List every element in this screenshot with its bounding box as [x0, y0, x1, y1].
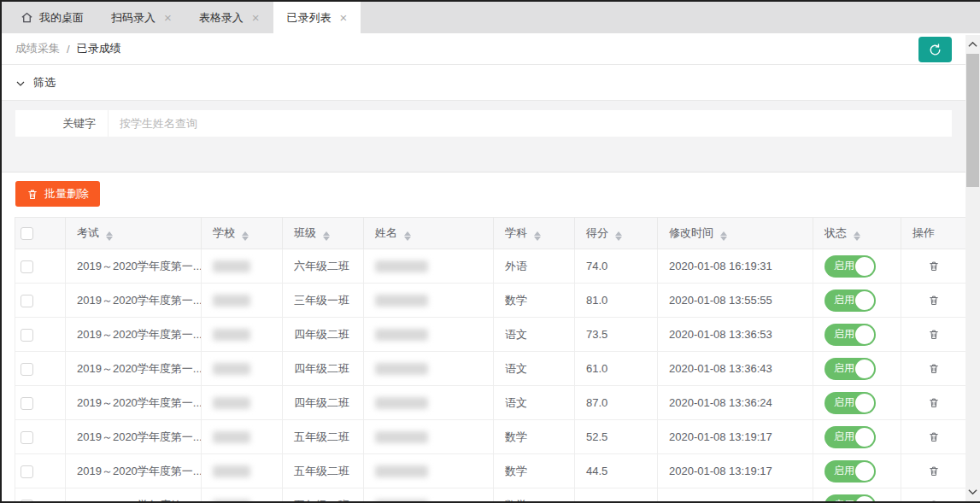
redacted-school	[213, 397, 250, 409]
col-actions: 操作	[901, 218, 969, 249]
delete-row-button[interactable]	[926, 429, 942, 445]
row-checkbox[interactable]	[21, 329, 33, 342]
redacted-school	[213, 295, 250, 307]
actions-cell	[901, 318, 969, 352]
sort-icon[interactable]	[105, 227, 114, 241]
status-toggle[interactable]: 启用	[824, 392, 876, 414]
row-checkbox[interactable]	[21, 431, 33, 444]
status-toggle[interactable]: 启用	[824, 324, 876, 346]
col-name[interactable]: 姓名	[364, 218, 494, 249]
sort-icon[interactable]	[403, 227, 412, 241]
status-toggle[interactable]: 启用	[824, 460, 876, 483]
status-cell: 启用	[813, 386, 901, 420]
delete-row-button[interactable]	[926, 292, 942, 308]
status-toggle[interactable]: 启用	[824, 426, 876, 448]
redacted-school	[213, 500, 250, 503]
status-cell: 启用	[813, 284, 901, 318]
select-all-checkbox[interactable]	[21, 227, 33, 240]
vertical-scrollbar[interactable]	[965, 35, 980, 501]
status-toggle[interactable]: 启用	[824, 358, 876, 380]
class-cell: 三年级一班	[283, 284, 364, 318]
close-icon[interactable]: ×	[340, 11, 348, 24]
row-checkbox[interactable]	[21, 397, 33, 410]
actions-cell	[901, 284, 969, 318]
toggle-knob	[855, 257, 874, 276]
scroll-up-icon[interactable]	[965, 37, 980, 52]
row-checkbox[interactable]	[21, 295, 33, 307]
toggle-knob	[855, 291, 874, 310]
table-row: 2019～2020学年度第一... 四年级二班 语文 87.0 2020-01-…	[15, 386, 969, 420]
sort-icon[interactable]	[853, 227, 861, 241]
delete-row-button[interactable]	[926, 360, 942, 377]
redacted-school	[213, 465, 250, 477]
col-class[interactable]: 班级	[283, 218, 364, 249]
refresh-button[interactable]	[918, 37, 952, 62]
delete-row-button[interactable]	[926, 326, 942, 342]
scrollbar-thumb[interactable]	[966, 54, 979, 187]
status-cell: 启用	[813, 249, 901, 284]
status-toggle[interactable]: 启用	[824, 494, 876, 503]
col-exam[interactable]: 考试	[66, 218, 202, 249]
select-all-cell	[15, 218, 66, 249]
col-subject[interactable]: 学科	[494, 218, 575, 249]
exam-cell: 2019～2020学年度第一...	[66, 454, 202, 488]
table-row: 2019～2020学年度第一... 四年级二班 语文 73.5 2020-01-…	[15, 318, 969, 352]
name-cell	[364, 284, 494, 318]
col-school[interactable]: 学校	[202, 218, 283, 249]
breadcrumb-section[interactable]: 成绩采集	[15, 41, 60, 56]
row-checkbox[interactable]	[21, 500, 33, 503]
col-score[interactable]: 得分	[575, 218, 658, 249]
tab-label: 我的桌面	[39, 10, 84, 26]
table-row: 2019～2020学年度第一... 六年级二班 外语 74.0 2020-01-…	[15, 249, 969, 284]
keyword-input[interactable]	[109, 117, 952, 130]
tab-my-desktop[interactable]: 我的桌面	[7, 2, 97, 33]
sort-icon[interactable]	[614, 227, 623, 241]
delete-row-button[interactable]	[926, 463, 942, 479]
tab-form-entry[interactable]: 表格录入 ×	[185, 2, 273, 33]
status-cell: 启用	[813, 318, 901, 352]
sort-icon[interactable]	[241, 227, 249, 241]
modified-cell: 2020-01-08 13:19:17	[658, 454, 813, 488]
score-cell: 74.0	[575, 249, 658, 284]
modified-cell: 2020-01-08 13:36:24	[658, 386, 813, 420]
sort-icon[interactable]	[533, 227, 542, 241]
toggle-knob	[855, 462, 874, 481]
school-cell	[202, 454, 283, 488]
exam-cell: 2019～2020学年度第一...	[66, 249, 202, 284]
score-cell: 73.5	[575, 318, 658, 352]
app-window: 我的桌面 扫码录入 × 表格录入 × 已录列表 × 成绩采集 / 已录成绩 筛选	[0, 0, 980, 503]
school-cell	[202, 249, 283, 284]
actions-cell	[901, 386, 969, 420]
row-checkbox[interactable]	[21, 363, 33, 376]
delete-row-button[interactable]	[926, 395, 942, 411]
school-cell	[202, 386, 283, 420]
row-checkbox[interactable]	[21, 260, 33, 273]
redacted-school	[213, 329, 250, 341]
redacted-name	[375, 363, 428, 375]
delete-row-button[interactable]	[926, 258, 942, 274]
actions-cell	[901, 352, 969, 386]
row-checkbox[interactable]	[21, 465, 33, 478]
status-toggle[interactable]: 启用	[824, 255, 876, 278]
close-icon[interactable]: ×	[164, 11, 172, 24]
scroll-down-icon[interactable]	[965, 484, 980, 500]
score-cell: 44.5	[575, 454, 658, 488]
score-cell: 51.0	[575, 488, 658, 503]
batch-delete-button[interactable]: 批量删除	[15, 181, 100, 207]
status-toggle[interactable]: 启用	[824, 290, 876, 312]
sort-icon[interactable]	[322, 227, 331, 241]
redacted-school	[213, 260, 250, 272]
sort-icon[interactable]	[719, 227, 728, 241]
redacted-name	[375, 260, 428, 272]
tab-recorded-list[interactable]: 已录列表 ×	[273, 2, 361, 33]
class-cell: 四年级二班	[283, 352, 364, 386]
col-status[interactable]: 状态	[813, 218, 901, 249]
subject-cell: 数学	[494, 454, 575, 488]
subject-cell: 语文	[494, 352, 575, 386]
tab-scan-entry[interactable]: 扫码录入 ×	[97, 2, 185, 33]
col-modified[interactable]: 修改时间	[658, 218, 813, 249]
delete-row-button[interactable]	[926, 497, 942, 503]
close-icon[interactable]: ×	[252, 11, 260, 24]
subject-cell: 数学	[494, 488, 575, 503]
filter-toggle[interactable]: 筛选	[2, 65, 967, 101]
